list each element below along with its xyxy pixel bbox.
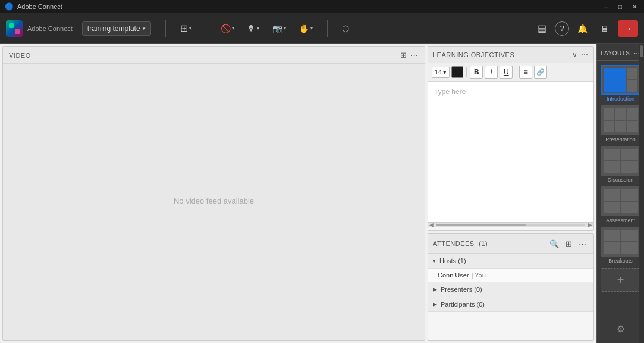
titlebar: 🔵 Adobe Connect ─ □ ✕ <box>0 0 644 13</box>
layouts-panel: LAYOUTS ⋯ Introduction <box>596 44 644 343</box>
hosts-group-header[interactable]: ▾ Hosts (1) <box>428 254 593 269</box>
hosts-label: Hosts (1) <box>439 257 466 264</box>
attendees-grid-icon: ⊞ <box>566 239 572 248</box>
layouts-bottom: ⚙ <box>609 317 633 341</box>
learning-scrollbar[interactable]: ◀ ▶ <box>428 222 593 227</box>
format-toolbar: 14 ▾ B I U ≡ 🔗 <box>428 63 593 82</box>
bars-button[interactable]: ▤ <box>532 19 551 38</box>
layout-item-breakouts[interactable]: Breakouts <box>601 227 641 264</box>
attendees-search-button[interactable]: 🔍 <box>548 238 560 250</box>
scrollbar-thumb[interactable] <box>436 224 526 226</box>
app-title: Adobe Connect <box>17 3 62 10</box>
font-size-chevron-icon: ▾ <box>443 68 447 76</box>
la-cell-1 <box>604 189 620 201</box>
bars-icon: ▤ <box>538 23 546 34</box>
add-layout-icon: + <box>617 273 624 287</box>
font-size-value: 14 <box>435 68 442 76</box>
learning-title: LEARNING OBJECTIVES <box>433 51 514 58</box>
video-header: VIDEO ⊞ ⋯ <box>3 47 425 64</box>
minimize-button[interactable]: ─ <box>601 2 611 11</box>
video-off-button[interactable]: 🚫 ▾ <box>215 20 240 37</box>
camera-icon: 📷 <box>272 24 282 33</box>
question-button[interactable]: ? <box>555 21 569 36</box>
hand-chevron-icon: ▾ <box>310 26 313 31</box>
video-more-icon[interactable]: ⋯ <box>410 51 419 60</box>
font-size-select[interactable]: 14 ▾ <box>432 67 450 78</box>
lb-cell-1 <box>604 230 620 241</box>
fmt-divider-1 <box>466 67 467 77</box>
list-icon: ≡ <box>524 68 528 76</box>
layout-thumb-presentation <box>601 105 641 135</box>
layouts-header: LAYOUTS ⋯ <box>597 46 644 61</box>
mic-chevron-icon: ▾ <box>257 26 259 31</box>
attendee-you-label: | You <box>472 272 486 279</box>
attendees-more-icon: ⋯ <box>579 239 587 248</box>
attendees-title: ATTENDEES (1) <box>433 240 488 247</box>
color-swatch[interactable] <box>451 66 463 78</box>
presenters-group-header[interactable]: ▶ Presenters (0) <box>428 282 593 297</box>
layout-item-discussion[interactable]: Discussion <box>601 146 641 183</box>
lb-cell-2 <box>621 230 638 241</box>
learning-body[interactable]: Type here <box>428 82 593 222</box>
scroll-left-icon[interactable]: ◀ <box>429 222 434 228</box>
add-layout-button[interactable]: + <box>601 268 641 292</box>
layouts-scrollbar-thumb[interactable] <box>640 45 643 57</box>
video-off-icon: 🚫 <box>221 24 231 33</box>
underline-label: U <box>504 68 509 76</box>
attendee-name: Conn User <box>438 272 469 279</box>
video-resize-icon[interactable]: ⊞ <box>400 51 407 60</box>
layout-item-assessment[interactable]: Assessment <box>601 186 641 223</box>
hosts-arrow-icon: ▾ <box>433 258 436 264</box>
lb-cell-4 <box>621 242 638 254</box>
attendees-grid-button[interactable]: ⊞ <box>563 238 574 250</box>
hand-button[interactable]: ✋ ▾ <box>293 20 319 37</box>
grid-button[interactable]: ⊞ ▾ <box>174 19 197 38</box>
layout-main-block <box>604 68 626 92</box>
window-controls: ─ □ ✕ <box>601 2 639 11</box>
link-icon: 🔗 <box>536 68 545 76</box>
lp-cell-2 <box>615 108 626 120</box>
attendees-icons: 🔍 ⊞ ⋯ <box>548 238 589 250</box>
app-logo <box>6 20 23 37</box>
settings-button[interactable]: ⚙ <box>612 320 629 337</box>
link-button[interactable]: 🔗 <box>534 66 547 79</box>
layout-label-introduction: Introduction <box>601 96 641 102</box>
lp-cell-5 <box>615 121 626 132</box>
monitor-button[interactable]: 🖥 <box>595 19 614 38</box>
close-button[interactable]: ✕ <box>630 2 639 11</box>
bell-button[interactable]: 🔔 <box>573 19 592 38</box>
learning-expand-icon[interactable]: ∨ <box>572 51 577 59</box>
list-button[interactable]: ≡ <box>519 66 532 79</box>
layout-thumb-breakouts <box>601 227 641 257</box>
attendees-label: ATTENDEES <box>433 240 475 247</box>
italic-button[interactable]: I <box>485 66 498 79</box>
camera-button[interactable]: 📷 ▾ <box>266 20 292 37</box>
lp-cell-1 <box>604 108 614 120</box>
nav-sep-3 <box>327 20 328 37</box>
ld-cell-3 <box>604 161 620 173</box>
layout-item-introduction[interactable]: Introduction <box>601 65 641 102</box>
participants-group-header[interactable]: ▶ Participants (0) <box>428 297 593 312</box>
scroll-right-icon[interactable]: ▶ <box>588 222 592 228</box>
learning-more-icon[interactable]: ⋯ <box>581 51 589 59</box>
template-dropdown[interactable]: training template ▾ <box>82 21 151 36</box>
layout-item-presentation[interactable]: Presentation <box>601 105 641 142</box>
exit-button[interactable]: → <box>618 20 638 37</box>
lp-cell-6 <box>627 121 638 132</box>
share-button[interactable]: ⬡ <box>336 20 355 37</box>
layout-br-block <box>627 80 638 92</box>
attendees-more-button[interactable]: ⋯ <box>577 238 589 250</box>
participants-label: Participants (0) <box>441 301 485 308</box>
layout-label-assessment: Assessment <box>601 217 641 223</box>
presenters-label: Presenters (0) <box>441 286 482 293</box>
nav-sep-1 <box>165 20 166 37</box>
restore-button[interactable]: □ <box>615 2 625 11</box>
layout-label-presentation: Presentation <box>601 136 641 142</box>
video-header-right: ⊞ ⋯ <box>400 51 419 60</box>
mic-button[interactable]: 🎙 ▾ <box>241 20 265 37</box>
template-name: training template <box>87 24 140 33</box>
layouts-scrollbar[interactable] <box>639 44 644 343</box>
underline-button[interactable]: U <box>500 66 513 79</box>
no-video-text: No video feed available <box>174 197 254 205</box>
bold-button[interactable]: B <box>470 66 483 79</box>
